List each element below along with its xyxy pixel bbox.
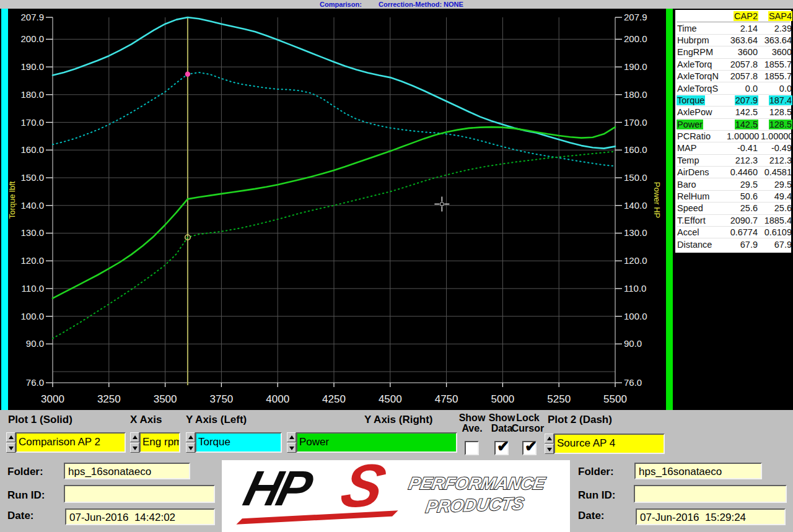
yaxis-right-label: Y Axis (Right) xyxy=(364,414,433,426)
col-header-sap4: SAP4 xyxy=(768,11,792,21)
sap4-value: 1.00000 xyxy=(760,131,793,141)
cap2-value: 0.0 xyxy=(745,84,758,94)
spin-down-icon[interactable] xyxy=(130,443,139,453)
yaxis-right-spinner[interactable] xyxy=(287,432,296,453)
x-tick-label: 5250 xyxy=(547,393,571,405)
runid-field-left[interactable] xyxy=(64,485,215,503)
title-bar: Comparison: Correction-Method: NONE xyxy=(0,0,793,9)
y-tick-label-right: 120.0 xyxy=(624,255,647,266)
cap2-value: 2057.8 xyxy=(730,71,758,81)
channel-name: AxleTorqN xyxy=(677,71,719,81)
plot2-label: Plot 2 (Dash) xyxy=(548,414,612,426)
date-label-right: Date: xyxy=(578,510,605,522)
y-tick-label-left: 110.0 xyxy=(22,283,44,294)
x-tick-label: 4000 xyxy=(266,393,289,405)
sap4-value: 363.64 xyxy=(764,35,792,45)
cap2-value: 363.64 xyxy=(730,35,758,45)
cap2-value: 142.5 xyxy=(735,120,758,129)
plot2-spinner[interactable] xyxy=(545,434,554,454)
sap4-value: 1885.4 xyxy=(764,216,792,225)
folder-field-right[interactable]: hps_16sonataeco xyxy=(634,463,762,479)
cap2-value: 67.9 xyxy=(740,240,758,250)
plot2-select[interactable]: Source AP 4 xyxy=(554,434,665,454)
spin-down-icon[interactable] xyxy=(287,443,296,453)
spin-down-icon[interactable] xyxy=(6,443,15,453)
x-tick-label: 4750 xyxy=(435,393,458,405)
plot1-select[interactable]: Comparison AP 2 xyxy=(15,432,126,453)
cap2-value: 207.9 xyxy=(735,95,758,105)
y-tick-label-left: 160.0 xyxy=(20,144,44,155)
table-row: Torque207.9187.4 xyxy=(677,95,790,107)
y-tick-label-right: 180.0 xyxy=(624,89,647,100)
lock-cursor-checkbox[interactable]: ✔ xyxy=(522,441,537,455)
logo-performance-text: PERFORMANCE xyxy=(407,474,546,494)
yaxis-right-select[interactable]: Power xyxy=(296,432,457,453)
spin-up-icon[interactable] xyxy=(186,432,195,442)
channel-name: AirDens xyxy=(677,167,710,177)
y-tick-label-left: 150.0 xyxy=(20,172,44,183)
table-row: AxleTorqS0.00.0 xyxy=(677,82,790,94)
col-header-cap2: CAP2 xyxy=(734,11,758,21)
channel-name: Accel xyxy=(677,227,699,237)
plot1-spinner[interactable] xyxy=(6,432,15,453)
logo-s-text: S xyxy=(336,460,392,516)
y-tick-label-right: 207.9 xyxy=(624,12,647,22)
x-tick-label: 4500 xyxy=(379,393,402,405)
spin-up-icon[interactable] xyxy=(6,432,15,442)
runid-field-right[interactable] xyxy=(634,485,787,503)
table-row: AxlePow142.5128.5 xyxy=(677,107,790,118)
table-row: Speed25.625.6 xyxy=(677,203,790,214)
channel-name: Temp xyxy=(677,155,699,165)
table-row: RelHum50.649.4 xyxy=(677,191,790,203)
show-data-checkbox[interactable]: ✔ xyxy=(494,441,509,455)
y-tick-label-left: 180.0 xyxy=(20,89,44,100)
y-tick-label-left: 130.0 xyxy=(20,227,44,238)
spin-down-icon[interactable] xyxy=(545,444,554,454)
dyno-chart[interactable]: 207.9207.9200.0200.0190.0190.0180.0180.0… xyxy=(0,9,673,410)
x-tick-label: 5000 xyxy=(491,393,514,405)
yaxis-left-spinner[interactable] xyxy=(186,432,195,453)
table-row: Time2.142.39 xyxy=(677,22,790,34)
channel-name: Hubrpm xyxy=(677,35,710,45)
channel-name: Torque xyxy=(677,95,705,105)
xaxis-select[interactable]: Eng rpm xyxy=(139,432,180,453)
spin-up-icon[interactable] xyxy=(287,432,296,442)
yaxis-left-select[interactable]: Torque xyxy=(195,432,282,453)
spin-up-icon[interactable] xyxy=(545,434,554,443)
table-row: MAP-0.41-0.49 xyxy=(677,142,790,154)
y-axis-title-left: Torque lbft xyxy=(7,181,17,219)
cap2-value: 0.6774 xyxy=(730,227,758,237)
cap2-value: 2.14 xyxy=(740,24,758,33)
y-tick-label-right: 140.0 xyxy=(624,200,647,211)
spin-up-icon[interactable] xyxy=(130,432,139,442)
xaxis-spinner[interactable] xyxy=(130,432,139,453)
channel-name: PCRatio xyxy=(677,131,711,141)
hps-logo: HP S PERFORMANCE PRODUCTS xyxy=(222,460,570,532)
spin-down-icon[interactable] xyxy=(186,443,195,453)
cap2-value: 29.5 xyxy=(740,180,758,190)
y-tick-label-right: 200.0 xyxy=(624,33,647,44)
y-tick-label-left: 140.0 xyxy=(20,200,44,211)
table-row: Hubrpm363.64363.64 xyxy=(677,35,790,46)
date-field-right[interactable]: 07-Jun-2016 15:29:24 xyxy=(636,508,786,525)
table-row: Power142.5128.5 xyxy=(677,119,790,131)
y-tick-label-right: 100.0 xyxy=(624,311,647,321)
sap4-value: 67.9 xyxy=(774,240,792,250)
sap4-value: 212.3 xyxy=(769,155,792,165)
folder-field-left[interactable]: hps_16sonataeco xyxy=(64,463,190,479)
y-tick-label-right: 90.0 xyxy=(624,338,642,349)
chart-canvas[interactable]: 207.9207.9200.0200.0190.0190.0180.0180.0… xyxy=(0,9,673,410)
table-row: PCRatio1.000001.00000 xyxy=(677,131,790,142)
y-tick-label-left: 170.0 xyxy=(20,117,44,128)
sap4-value: 49.4 xyxy=(774,191,792,201)
sap4-value: 0.6109 xyxy=(764,227,792,237)
table-row: Temp212.3212.3 xyxy=(677,155,790,167)
x-tick-label: 5500 xyxy=(603,393,627,405)
lock-cursor-label: Lock Cursor xyxy=(509,412,547,434)
cursor-torque-marker xyxy=(185,71,190,76)
show-ave-checkbox[interactable] xyxy=(465,441,479,455)
table-row: T.Effort2090.71885.4 xyxy=(677,215,790,227)
sap4-value: 3600 xyxy=(771,47,792,57)
sap4-value: 25.6 xyxy=(774,203,792,213)
date-field-left[interactable]: 07-Jun-2016 14:42:02 xyxy=(65,508,215,525)
